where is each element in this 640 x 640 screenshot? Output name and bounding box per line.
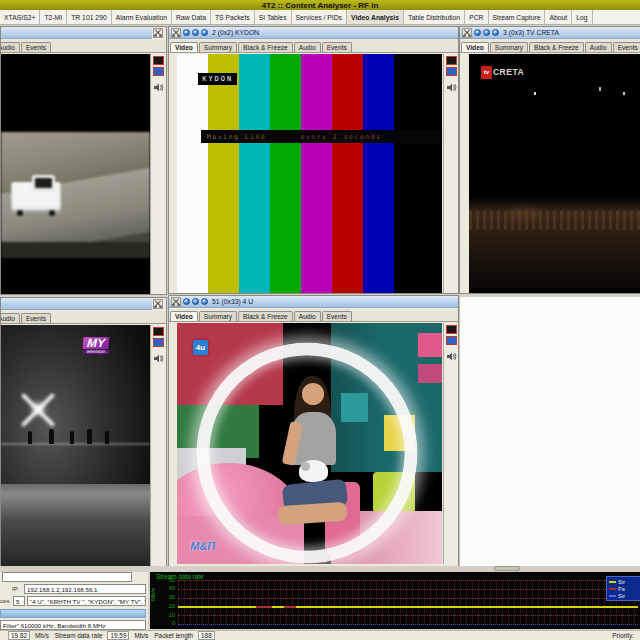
panel5-titlebar: 51 (0x33) 4 U <box>169 296 458 308</box>
tab-black-freeze[interactable]: Black & Freeze <box>238 42 293 52</box>
blackfreeze-monitor-button[interactable] <box>446 325 457 334</box>
stream-indicator-icon[interactable] <box>201 298 208 305</box>
data-rate-marker <box>284 606 296 608</box>
menu-t2mi[interactable]: T2-MI <box>40 10 67 24</box>
bar-red <box>332 54 363 293</box>
video-panel-3: 3 (0x3) TV CRETA Video Summary Black & F… <box>459 26 640 294</box>
stream-indicator-icon[interactable] <box>192 298 199 305</box>
speaker-icon[interactable] <box>446 347 457 365</box>
filter-field[interactable]: Filter" 610000 kHz, Bandwidth 8 MHz <box>0 620 146 630</box>
stream-indicator-icon[interactable] <box>474 29 481 36</box>
foreground-grass <box>1 242 150 258</box>
menu-about[interactable]: About <box>545 10 572 24</box>
bar-magenta <box>301 54 332 293</box>
tab-audio[interactable]: Audio <box>294 311 321 321</box>
legend-item: Str <box>609 592 640 599</box>
ip-field[interactable]: 192.168.1.2,192.168.56.1 <box>24 584 146 594</box>
panel5-toolbar <box>443 323 458 564</box>
input-rate-value: 19.82 <box>8 631 30 640</box>
tab-summary[interactable]: Summary <box>199 42 237 52</box>
capture-frame-button[interactable] <box>446 67 457 76</box>
rally-car <box>11 182 60 212</box>
detach-icon[interactable] <box>171 28 181 38</box>
panel1-titlebar <box>1 27 152 39</box>
tab-summary[interactable]: Summary <box>490 42 528 52</box>
rally-scene <box>1 132 150 258</box>
capture-frame-button[interactable] <box>153 338 164 347</box>
menu-raw-data[interactable]: Raw Data <box>172 10 211 24</box>
menu-pcr[interactable]: PCR <box>465 10 488 24</box>
stream-indicator-icon[interactable] <box>183 29 190 36</box>
menu-table-distribution[interactable]: Table Distribution <box>404 10 465 24</box>
tab-events[interactable]: Events <box>613 42 640 52</box>
tab-audio[interactable]: Audio <box>1 42 20 52</box>
tab-events[interactable]: Events <box>322 311 352 321</box>
empty-dock-area <box>459 297 640 567</box>
menu-ts-packets[interactable]: TS Packets <box>211 10 255 24</box>
legend-dash <box>609 581 616 583</box>
speaker-icon[interactable] <box>446 78 457 96</box>
tab-video[interactable]: Video <box>461 42 489 52</box>
blackfreeze-monitor-button[interactable] <box>446 56 457 65</box>
stream-indicator-icon[interactable] <box>492 29 499 36</box>
capture-frame-button[interactable] <box>153 67 164 76</box>
stream-indicator-icon[interactable] <box>201 29 208 36</box>
tab-black-freeze[interactable]: Black & Freeze <box>529 42 584 52</box>
stream-indicator-icon[interactable] <box>183 298 190 305</box>
menu-xtasis2[interactable]: XTASIS2+ <box>0 10 40 24</box>
video-panel-1: Audio Events <box>0 26 167 295</box>
detach-icon[interactable] <box>462 28 472 38</box>
menu-video-analysis[interactable]: Video Analysis <box>347 10 404 24</box>
video-frame-4u-studio[interactable]: 4u M&Π <box>177 323 442 564</box>
gridline <box>178 615 638 616</box>
splitter-handle[interactable] <box>494 566 520 571</box>
tab-black-freeze[interactable]: Black & Freeze <box>238 311 293 321</box>
speaker-icon[interactable] <box>153 349 164 367</box>
tab-audio[interactable]: Audio <box>1 313 20 323</box>
tab-events[interactable]: Events <box>21 313 51 323</box>
video-frame-rally[interactable] <box>1 54 150 294</box>
detach-icon[interactable] <box>171 297 181 307</box>
stream-info-form: IP 192.168.1.2,192.168.56.1 ces 5 "4 U",… <box>0 572 148 630</box>
tab-video[interactable]: Video <box>170 42 198 52</box>
capture-frame-button[interactable] <box>446 336 457 345</box>
menu-log[interactable]: Log <box>572 10 592 24</box>
video-frame-creta[interactable]: tv CRETA <box>469 54 640 293</box>
speaker-icon[interactable] <box>153 78 164 96</box>
services-list-field[interactable]: "4 U", "KRHTH TV ", "KYDON", "MY TV", "T… <box>27 596 146 606</box>
stream-indicator-icon[interactable] <box>483 29 490 36</box>
menu-stream-capture[interactable]: Stream Capture <box>489 10 546 24</box>
legend-item: Pa <box>609 585 640 592</box>
tab-video[interactable]: Video <box>170 311 198 321</box>
tab-events[interactable]: Events <box>322 42 352 52</box>
detach-icon[interactable] <box>153 299 163 309</box>
tvcreta-logo: tv CRETA <box>481 66 524 79</box>
tab-summary[interactable]: Summary <box>199 311 237 321</box>
menu-services-pids[interactable]: Services / PIDs <box>292 10 347 24</box>
channel-watermark: M&Π <box>190 540 215 552</box>
detach-icon[interactable] <box>153 28 163 38</box>
menu-si-tables[interactable]: SI Tables <box>255 10 292 24</box>
menu-alarm-evaluation[interactable]: Alarm Evaluation <box>112 10 172 24</box>
ytick: 0 <box>160 620 175 626</box>
video-frame-colorbars[interactable]: KYDON Moving Line every 2 seconds <box>177 54 442 293</box>
stream-data-rate-chart: Stream data rate Mb/s 50 40 30 20 10 0 S… <box>150 572 640 629</box>
selected-row-highlight[interactable] <box>0 609 146 618</box>
stream-indicator-icon[interactable] <box>192 29 199 36</box>
bar-blue <box>363 54 394 293</box>
legend-dash <box>609 588 616 590</box>
blackfreeze-monitor-button[interactable] <box>153 327 164 336</box>
blackfreeze-monitor-button[interactable] <box>153 56 164 65</box>
menu-tr101290[interactable]: TR 101 290 <box>67 10 112 24</box>
stream-name-field[interactable] <box>2 572 132 582</box>
performer-silhouette <box>87 429 92 444</box>
tab-audio[interactable]: Audio <box>585 42 612 52</box>
tab-events[interactable]: Events <box>21 42 51 52</box>
bar-cyan <box>239 54 270 293</box>
tab-audio[interactable]: Audio <box>294 42 321 52</box>
app-window: 4T2 :: Content Analyser - RF In XTASIS2+… <box>0 0 640 640</box>
panel-title: 51 (0x33) 4 U <box>212 298 253 305</box>
services-count-field[interactable]: 5 <box>13 596 25 606</box>
night-wall <box>469 197 640 288</box>
video-frame-mytv[interactable]: MY television <box>1 325 150 566</box>
